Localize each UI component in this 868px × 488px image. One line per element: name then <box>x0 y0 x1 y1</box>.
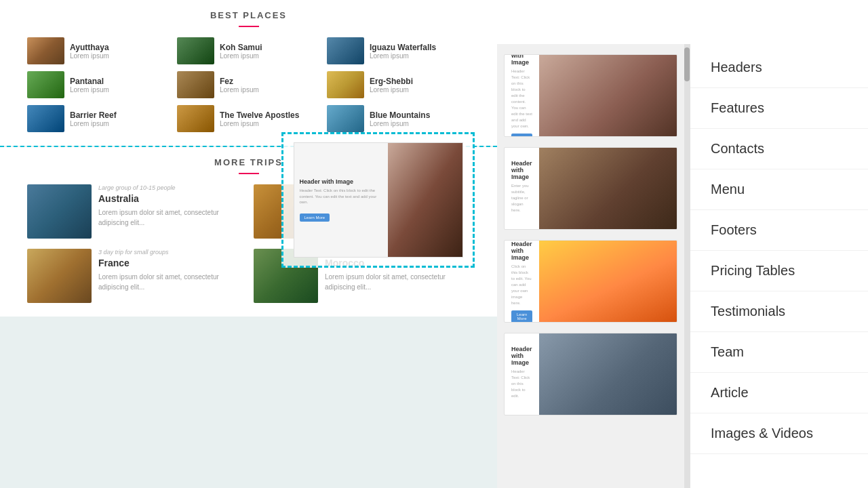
scrollbar-track[interactable] <box>684 44 690 488</box>
place-name: Pantanal <box>70 77 109 86</box>
nav-item-contacts[interactable]: Contacts <box>690 129 868 169</box>
nav-item-team[interactable]: Team <box>690 332 868 373</box>
place-image <box>177 71 214 98</box>
thumb-image <box>539 241 677 322</box>
thumb-title: Header with Image <box>511 241 532 261</box>
place-sub: Lorem ipsum <box>220 52 262 60</box>
place-name: Blue Mountains <box>370 110 430 120</box>
place-sub: Lorem ipsum <box>220 120 299 127</box>
thumb-image <box>539 333 678 415</box>
drag-preview-image <box>388 143 462 257</box>
trip-item: 3 day trip for small groups France Lorem… <box>27 249 243 303</box>
place-item: Iguazu Waterfalls Lorem ipsum <box>327 37 470 64</box>
thumbnail-inner: Header with Image Header Text: Click on … <box>505 55 677 136</box>
thumb-title: Header with Image <box>511 160 532 180</box>
place-image <box>177 105 214 132</box>
place-name: The Twelve Apostles <box>220 110 299 120</box>
place-image <box>327 71 364 98</box>
place-image <box>27 105 64 132</box>
thumb-text: Click on this block to edit. You can add… <box>511 264 532 306</box>
place-sub: Lorem ipsum <box>70 86 109 94</box>
best-places-title: BEST PLACES <box>27 10 470 20</box>
drag-preview-content: Header with Image Header Text: Click on … <box>294 171 388 228</box>
place-item: Barrier Reef Lorem ipsum <box>27 105 170 132</box>
trip-info: 3 day trip for small groups France Lorem… <box>98 249 243 303</box>
best-places-section: BEST PLACES Ayutthaya Lorem ipsum Koh Sa… <box>0 0 497 146</box>
scrollbar-thumb[interactable] <box>684 47 690 81</box>
place-sub: Lorem ipsum <box>70 52 109 60</box>
thumbnail-inner: Header with Image Enter you subtitle, ta… <box>505 148 677 229</box>
drag-preview-button[interactable]: Learn More <box>300 214 330 222</box>
trip-desc: Lorem ipsum dolor sit amet, consectetur … <box>325 272 470 292</box>
nav-item-footers[interactable]: Footers <box>690 210 868 251</box>
thumb-content: Header with Image Header Text: Click on … <box>505 55 539 136</box>
trip-info: Large group of 10-15 people Australia Lo… <box>98 184 243 239</box>
place-image <box>327 37 364 64</box>
drag-overlay: Header with Image Header Text: Click on … <box>281 132 475 268</box>
nav-item-features[interactable]: Features <box>690 88 868 129</box>
place-sub: Lorem ipsum <box>370 86 413 94</box>
thumb-image <box>539 148 678 229</box>
place-name: Fez <box>220 77 259 86</box>
thumb-text: Header Text: Click on this block to edit… <box>511 369 532 399</box>
nav-item-article[interactable]: Article <box>690 373 868 413</box>
place-name: Ayutthaya <box>70 43 109 52</box>
place-item: Ayutthaya Lorem ipsum <box>27 37 170 64</box>
drag-preview: Header with Image Header Text: Click on … <box>294 142 463 258</box>
place-item: Koh Samui Lorem ipsum <box>177 37 320 64</box>
thumb-button[interactable]: Learn More <box>511 134 532 137</box>
thumbnail-card[interactable]: Header with Image Header Text: Click on … <box>504 333 677 415</box>
nav-item-testimonials[interactable]: Testimonials <box>690 291 868 332</box>
thumbnails-column: Header with Image Header Text: Click on … <box>497 44 684 488</box>
place-sub: Lorem ipsum <box>70 120 117 127</box>
thumb-content: Header with Image Header Text: Click on … <box>505 333 539 415</box>
place-image <box>177 37 214 64</box>
drag-preview-text: Header Text: Click on this block to edit… <box>300 188 382 205</box>
trip-desc: Lorem ipsum dolor sit amet, consectetur … <box>98 207 243 228</box>
thumbnail-card[interactable]: Header with Image Enter you subtitle, ta… <box>504 147 677 230</box>
trip-name: France <box>98 258 243 268</box>
place-image <box>27 71 64 98</box>
trip-item: Large group of 10-15 people Australia Lo… <box>27 184 243 239</box>
trip-image <box>27 184 92 239</box>
place-item: Pantanal Lorem ipsum <box>27 71 170 98</box>
nav-item-menu[interactable]: Menu <box>690 169 868 210</box>
right-panel: ✓ Select and Drag Section to Page Header… <box>497 0 868 488</box>
trips-underline <box>239 173 259 174</box>
trip-desc: Lorem ipsum dolor sit amet, consectetur … <box>98 272 243 292</box>
nav-list: HeadersFeaturesContactsMenuFootersPricin… <box>690 44 868 488</box>
place-item: Fez Lorem ipsum <box>177 71 320 98</box>
thumb-button[interactable]: Learn More <box>511 310 532 323</box>
thumb-content: Header with Image Enter you subtitle, ta… <box>505 148 539 229</box>
place-name: Barrier Reef <box>70 110 117 120</box>
trip-group: Large group of 10-15 people <box>98 184 243 191</box>
place-name: Koh Samui <box>220 43 262 52</box>
places-grid: Ayutthaya Lorem ipsum Koh Samui Lorem ip… <box>27 37 470 132</box>
thumb-title: Header with Image <box>511 54 532 66</box>
right-content: Header with Image Header Text: Click on … <box>497 44 868 488</box>
place-image <box>27 37 64 64</box>
place-name: Erg-Shebbi <box>370 77 413 86</box>
place-sub: Lorem ipsum <box>370 120 430 127</box>
thumb-text: Header Text: Click on this block to edit… <box>511 68 532 129</box>
nav-item-images-&-videos[interactable]: Images & Videos <box>690 413 868 454</box>
thumb-title: Header with Image <box>511 346 532 366</box>
trip-image <box>27 249 92 303</box>
thumbnail-card[interactable]: Header with Image Header Text: Click on … <box>504 54 677 137</box>
title-underline <box>239 26 259 27</box>
thumbnail-inner: Header with Image Click on this block to… <box>505 241 677 322</box>
place-image <box>327 105 364 132</box>
nav-item-headers[interactable]: Headers <box>690 47 868 88</box>
place-item: Blue Mountains Lorem ipsum <box>327 105 470 132</box>
thumbnail-inner: Header with Image Header Text: Click on … <box>505 333 677 415</box>
place-sub: Lorem ipsum <box>220 86 259 94</box>
drag-preview-title: Header with Image <box>300 178 382 185</box>
trip-group: 3 day trip for small groups <box>98 249 243 256</box>
place-item: The Twelve Apostles Lorem ipsum <box>177 105 320 132</box>
place-sub: Lorem ipsum <box>370 52 436 60</box>
thumb-image <box>539 55 677 136</box>
thumb-content: Header with Image Click on this block to… <box>505 241 539 322</box>
thumbnail-card[interactable]: Header with Image Click on this block to… <box>504 240 677 323</box>
thumb-text: Enter you subtitle, tagline or slogan he… <box>511 183 532 214</box>
nav-item-pricing-tables[interactable]: Pricing Tables <box>690 251 868 291</box>
